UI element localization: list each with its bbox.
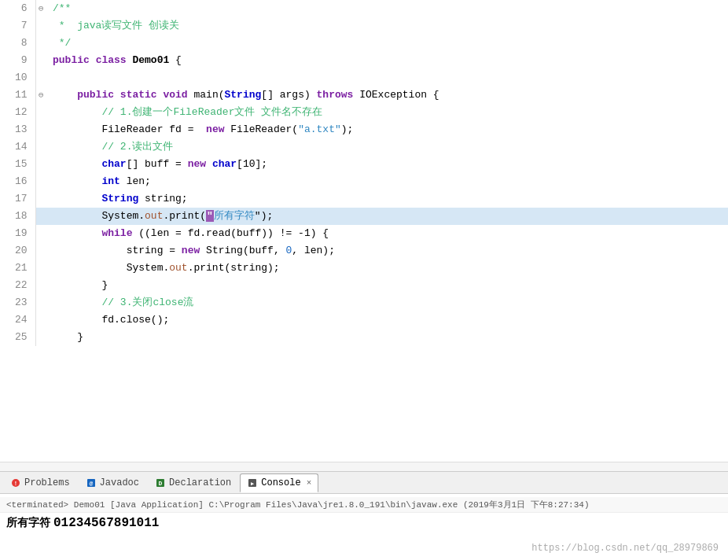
line-number-20: 20: [0, 242, 35, 260]
horizontal-scrollbar[interactable]: [0, 462, 728, 471]
code-row-6: 6⊖/**: [0, 0, 728, 17]
code-content-24: fd.close();: [46, 311, 728, 329]
line-marker-10: [35, 69, 46, 87]
line-marker-20: [35, 242, 46, 260]
code-row-20: 20 string = new String(buff, 0, len);: [0, 242, 728, 260]
tab-console[interactable]: ▶Console×: [240, 473, 318, 492]
code-row-13: 13 FileReader fd = new FileReader("a.txt…: [0, 121, 728, 138]
console-tab-icon: ▶: [247, 477, 258, 488]
line-marker-16: [35, 173, 46, 190]
code-content-8: */: [46, 35, 728, 52]
code-content-14: // 2.读出文件: [46, 138, 728, 156]
console-output-numbers: 01234567891011: [53, 516, 159, 530]
code-row-22: 22 }: [0, 277, 728, 294]
console-status: <terminated> Demo01 [Java Application] C…: [0, 497, 728, 513]
line-number-7: 7: [0, 17, 35, 35]
javadoc-tab-label: Javadoc: [100, 477, 139, 488]
code-content-10: [46, 69, 728, 87]
code-content-15: char[] buff = new char[10];: [46, 156, 728, 173]
line-number-11: 11: [0, 87, 35, 104]
line-marker-19: [35, 225, 46, 242]
line-number-14: 14: [0, 138, 35, 156]
line-marker-8: [35, 35, 46, 52]
code-content-11: public static void main(String[] args) t…: [46, 87, 728, 104]
tabs-bar: !Problems@JavadocDDeclaration▶Console×: [0, 471, 728, 493]
code-row-15: 15 char[] buff = new char[10];: [0, 156, 728, 173]
javadoc-tab-icon: @: [86, 477, 97, 488]
code-content-13: FileReader fd = new FileReader("a.txt");: [46, 121, 728, 138]
line-number-23: 23: [0, 294, 35, 311]
code-content-17: String string;: [46, 190, 728, 208]
line-number-10: 10: [0, 69, 35, 87]
line-marker-9: [35, 52, 46, 69]
svg-text:D: D: [159, 480, 163, 487]
console-output-label: 所有字符: [6, 517, 50, 529]
code-content-18: System.out.print("所有字符");: [46, 208, 728, 225]
declaration-tab-icon: D: [155, 477, 166, 488]
code-content-23: // 3.关闭close流: [46, 294, 728, 311]
svg-text:!: !: [14, 480, 18, 487]
code-row-23: 23 // 3.关闭close流: [0, 294, 728, 311]
line-number-18: 18: [0, 208, 35, 225]
line-number-16: 16: [0, 173, 35, 190]
console-output: 所有字符01234567891011: [0, 513, 728, 533]
code-content-22: }: [46, 277, 728, 294]
line-marker-6[interactable]: ⊖: [35, 0, 46, 17]
code-row-17: 17 String string;: [0, 190, 728, 208]
code-content-6: /**: [46, 0, 728, 17]
code-row-25: 25 }: [0, 329, 728, 346]
code-row-24: 24 fd.close();: [0, 311, 728, 329]
line-number-25: 25: [0, 329, 35, 346]
line-marker-12: [35, 104, 46, 121]
code-row-19: 19 while ((len = fd.read(buff)) != -1) {: [0, 225, 728, 242]
svg-text:@: @: [89, 480, 93, 487]
tab-declaration[interactable]: DDeclaration: [148, 473, 238, 492]
line-marker-24: [35, 311, 46, 329]
line-number-24: 24: [0, 311, 35, 329]
footer-container: !Problems@JavadocDDeclaration▶Console× <…: [0, 471, 728, 560]
declaration-tab-label: Declaration: [169, 477, 231, 488]
problems-tab-label: Problems: [24, 477, 70, 488]
code-content-9: public class Demo01 {: [46, 52, 728, 69]
code-editor[interactable]: 6⊖/**7 * java读写文件 创读关8 */9public class D…: [0, 0, 728, 462]
line-marker-7: [35, 17, 46, 35]
code-scroll[interactable]: 6⊖/**7 * java读写文件 创读关8 */9public class D…: [0, 0, 728, 462]
tab-problems[interactable]: !Problems: [3, 473, 77, 492]
line-marker-14: [35, 138, 46, 156]
console-tab-close[interactable]: ×: [307, 478, 312, 488]
code-content-20: string = new String(buff, 0, len);: [46, 242, 728, 260]
line-number-21: 21: [0, 260, 35, 277]
line-marker-23: [35, 294, 46, 311]
code-content-25: }: [46, 329, 728, 346]
code-content-19: while ((len = fd.read(buff)) != -1) {: [46, 225, 728, 242]
line-marker-21: [35, 260, 46, 277]
tab-javadoc[interactable]: @Javadoc: [79, 473, 146, 492]
line-number-8: 8: [0, 35, 35, 52]
code-content-16: int len;: [46, 173, 728, 190]
line-number-17: 17: [0, 190, 35, 208]
line-marker-11[interactable]: ⊖: [35, 87, 46, 104]
line-number-13: 13: [0, 121, 35, 138]
code-row-8: 8 */: [0, 35, 728, 52]
watermark: https://blog.csdn.net/qq_28979869: [531, 543, 719, 554]
line-number-15: 15: [0, 156, 35, 173]
line-marker-13: [35, 121, 46, 138]
code-content-7: * java读写文件 创读关: [46, 17, 728, 35]
code-row-16: 16 int len;: [0, 173, 728, 190]
code-table: 6⊖/**7 * java读写文件 创读关8 */9public class D…: [0, 0, 728, 346]
line-number-12: 12: [0, 104, 35, 121]
line-marker-17: [35, 190, 46, 208]
line-number-9: 9: [0, 52, 35, 69]
problems-tab-icon: !: [10, 477, 21, 488]
code-row-12: 12 // 1.创建一个FileReader文件 文件名不存在: [0, 104, 728, 121]
code-row-10: 10: [0, 69, 728, 87]
console-tab-label: Console: [261, 477, 300, 488]
line-number-19: 19: [0, 225, 35, 242]
code-row-7: 7 * java读写文件 创读关: [0, 17, 728, 35]
line-marker-15: [35, 156, 46, 173]
code-content-12: // 1.创建一个FileReader文件 文件名不存在: [46, 104, 728, 121]
code-row-9: 9public class Demo01 {: [0, 52, 728, 69]
code-row-18: 18 System.out.print("所有字符");: [0, 208, 728, 225]
line-marker-25: [35, 329, 46, 346]
code-row-11: 11⊖ public static void main(String[] arg…: [0, 87, 728, 104]
